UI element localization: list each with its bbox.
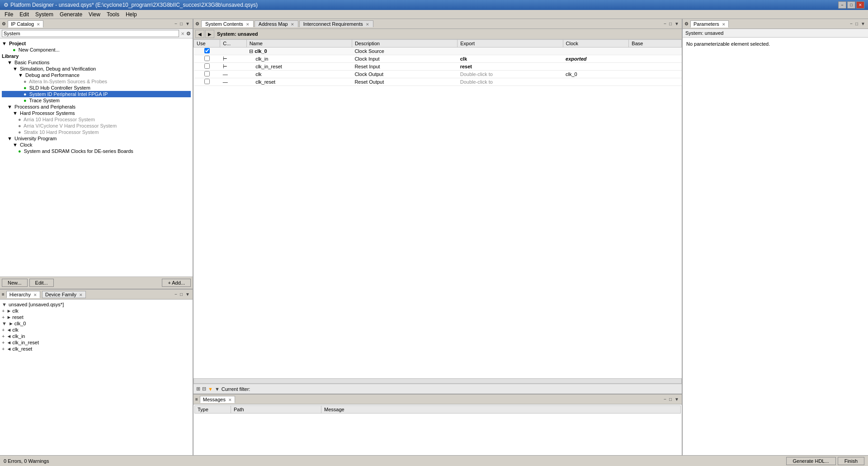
tree-item-system-sdram[interactable]: ● System and SDRAM Clocks for DE-series … — [2, 148, 191, 154]
menu-system[interactable]: System — [33, 11, 56, 18]
table-row[interactable]: ⊢ clk_in_reset Reset Input reset — [194, 63, 682, 71]
row-export-clk[interactable]: Double-click to — [458, 71, 563, 78]
minimize-button[interactable]: − — [838, 1, 846, 9]
toolbar-forward-btn[interactable]: ▶ — [205, 30, 214, 38]
parameters-tab-close[interactable]: ✕ — [722, 22, 726, 27]
hierarchy-maximize-btn[interactable]: ▼ — [184, 292, 191, 297]
row-name-clkreset[interactable]: clk_reset — [246, 78, 352, 86]
clk0-expand-icon[interactable]: ⊟ — [249, 48, 255, 54]
hier-clk-in-expand-icon[interactable]: + — [2, 333, 5, 339]
ip-search-clear-btn[interactable]: ✕ — [181, 31, 184, 36]
sys-horizontal-scrollbar[interactable] — [193, 378, 682, 384]
tab-interconnect-req[interactable]: Interconnect Requirements ✕ — [299, 20, 373, 27]
row-name-clkinreset[interactable]: clk_in_reset — [246, 63, 352, 71]
table-row[interactable]: ⊢ clk_in Clock Input clk exported — [194, 55, 682, 63]
use-checkbox-clkinreset[interactable] — [204, 63, 210, 69]
title-bar-controls[interactable]: − □ ✕ — [838, 1, 864, 9]
row-name-clkin[interactable]: clk_in — [246, 55, 352, 63]
use-checkbox-clkin[interactable] — [204, 56, 210, 61]
row-use-clkin[interactable] — [194, 55, 220, 63]
params-restore-btn[interactable]: □ — [854, 21, 859, 26]
tree-item-sld-hub[interactable]: ● SLD Hub Controller System — [2, 85, 191, 91]
hier-clk-0[interactable]: ▼ ► clk_0 — [2, 320, 191, 327]
tree-item-processors[interactable]: ▼ Processors and Peripherals — [2, 104, 191, 110]
row-name-clk0[interactable]: ⊟ clk_0 — [246, 48, 352, 55]
use-checkbox-clkreset[interactable] — [204, 79, 210, 84]
row-export-clkin[interactable]: clk — [458, 55, 563, 63]
hierarchy-restore-btn[interactable]: □ — [179, 292, 184, 297]
debug-perf-collapse-icon[interactable]: ▼ — [18, 72, 23, 78]
clock-collapse-icon[interactable]: ▼ — [13, 142, 18, 147]
row-export-clkinreset[interactable]: reset — [458, 63, 563, 71]
basic-functions-collapse-icon[interactable]: ▼ — [7, 60, 12, 65]
hier-clk-reset-expand-icon[interactable]: + — [2, 346, 5, 352]
tree-item-hard-processor[interactable]: ▼ Hard Processor Systems — [2, 110, 191, 116]
ip-catalog-tab-close[interactable]: ✕ — [37, 22, 40, 27]
messages-maximize-btn[interactable]: ▼ — [674, 397, 680, 402]
hard-processor-collapse-icon[interactable]: ▼ — [13, 110, 18, 116]
messages-tab-close[interactable]: ✕ — [228, 398, 232, 402]
menu-file[interactable]: File — [2, 11, 16, 18]
table-row[interactable]: — clk_reset Reset Output Double-click to — [194, 78, 682, 86]
row-use-clkinreset[interactable] — [194, 63, 220, 71]
messages-restore-btn[interactable]: □ — [668, 397, 673, 402]
hierarchy-minimize-btn[interactable]: − — [174, 292, 178, 297]
device-family-tab[interactable]: Device Family ✕ — [42, 291, 86, 298]
add-button[interactable]: + Add... — [162, 279, 191, 287]
university-collapse-icon[interactable]: ▼ — [7, 136, 12, 141]
interconnect-tab-close[interactable]: ✕ — [366, 22, 369, 27]
ip-catalog-maximize-btn[interactable]: ▼ — [184, 21, 191, 26]
ip-catalog-restore-btn[interactable]: □ — [179, 21, 184, 26]
ip-catalog-tab[interactable]: IP Catalog ✕ — [8, 20, 43, 28]
tab-address-map[interactable]: Address Map ✕ — [255, 20, 298, 27]
hierarchy-tab[interactable]: Hierarchy ✕ — [6, 291, 40, 298]
tree-item-arria-v[interactable]: ● Arria V/Cyclone V Hard Processor Syste… — [2, 123, 191, 129]
hier-clk[interactable]: + ► clk — [2, 308, 191, 314]
hier-clk-in-reset[interactable]: + ◄ clk_in_reset — [2, 339, 191, 346]
address-map-tab-close[interactable]: ✕ — [291, 22, 294, 27]
hier-clk-reset[interactable]: + ◄ clk_reset — [2, 346, 191, 352]
hier-clk0-clk-expand-icon[interactable]: + — [2, 327, 5, 333]
tree-item-stratix10[interactable]: ● Stratix 10 Hard Processor System — [2, 129, 191, 135]
hier-clk-expand-icon[interactable]: + — [2, 308, 5, 314]
ip-search-settings-btn[interactable]: ⚙ — [186, 31, 191, 37]
generate-hdl-button[interactable]: Generate HDL... — [786, 457, 836, 465]
messages-tab[interactable]: Messages ✕ — [200, 396, 235, 403]
sys-restore-btn[interactable]: □ — [668, 21, 673, 26]
tab-system-contents[interactable]: System Contents ✕ — [201, 20, 254, 27]
menu-tools[interactable]: Tools — [104, 11, 122, 18]
sys-minimize-btn[interactable]: − — [663, 21, 667, 26]
menu-edit[interactable]: Edit — [17, 11, 32, 18]
row-name-clk[interactable]: clk — [246, 71, 352, 78]
close-button[interactable]: ✕ — [856, 1, 864, 9]
edit-button[interactable]: Edit... — [29, 279, 54, 287]
tree-item-basic-functions[interactable]: ▼ Basic Functions — [2, 59, 191, 66]
messages-minimize-btn[interactable]: − — [663, 397, 667, 402]
row-export-clkreset[interactable]: Double-click to — [458, 78, 563, 86]
params-maximize-btn[interactable]: ▼ — [860, 21, 866, 26]
menu-help[interactable]: Help — [123, 11, 140, 18]
processors-collapse-icon[interactable]: ▼ — [7, 104, 12, 109]
tree-item-clock[interactable]: ▼ Clock — [2, 142, 191, 148]
hier-root-expand-icon[interactable]: ▼ — [2, 302, 7, 307]
maximize-button[interactable]: □ — [847, 1, 855, 9]
tree-item-debug-perf[interactable]: ▼ Debug and Performance — [2, 72, 191, 78]
toolbar-back-btn[interactable]: ◀ — [195, 30, 204, 38]
sim-debug-collapse-icon[interactable]: ▼ — [13, 66, 18, 71]
tree-item-university[interactable]: ▼ University Program — [2, 135, 191, 142]
ip-catalog-minimize-btn[interactable]: − — [174, 21, 178, 26]
hier-clk0-expand-icon[interactable]: ▼ — [2, 321, 7, 326]
row-use-clkreset[interactable] — [194, 78, 220, 86]
device-family-tab-close[interactable]: ✕ — [79, 293, 83, 297]
row-use-clk0[interactable] — [194, 48, 220, 55]
hier-clk-in-reset-expand-icon[interactable]: + — [2, 340, 5, 345]
hier-root[interactable]: ▼ unsaved [unsaved.qsys*] — [2, 301, 191, 308]
params-minimize-btn[interactable]: − — [849, 21, 854, 26]
ip-search-input[interactable] — [2, 30, 179, 37]
finish-button[interactable]: Finish — [838, 457, 864, 465]
sys-contents-tab-close[interactable]: ✕ — [246, 22, 250, 27]
hier-clk-in[interactable]: + ◄ clk_in — [2, 333, 191, 339]
row-use-clk[interactable] — [194, 71, 220, 78]
project-collapse-icon[interactable]: ▼ — [2, 41, 7, 46]
use-checkbox-clk[interactable] — [204, 71, 210, 76]
